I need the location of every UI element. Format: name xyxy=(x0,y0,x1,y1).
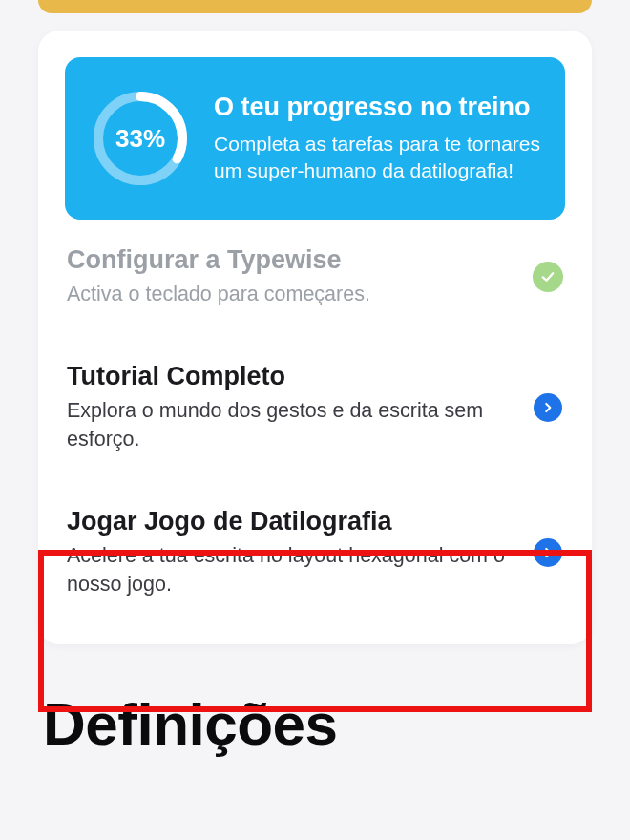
chevron-right-icon xyxy=(533,392,563,423)
task-text-block: Configurar a Typewise Activa o teclado p… xyxy=(67,244,519,309)
section-heading-settings: Definições xyxy=(43,690,592,758)
task-row-tutorial[interactable]: Tutorial Completo Explora o mundo dos ge… xyxy=(65,336,565,481)
progress-text-block: O teu progresso no treino Completa as ta… xyxy=(214,92,540,185)
progress-percent-label: 33% xyxy=(88,86,193,191)
progress-ring: 33% xyxy=(88,86,193,191)
task-subtitle: Activa o teclado para começares. xyxy=(67,281,519,309)
task-subtitle: Explora o mundo dos gestos e da escrita … xyxy=(67,397,519,453)
checkmark-icon xyxy=(533,262,563,292)
task-row-game[interactable]: Jogar Jogo de Datilografia Acelere a tua… xyxy=(65,481,565,626)
task-subtitle: Acelere a tua escrita no layout hexagona… xyxy=(67,542,519,598)
task-title: Jogar Jogo de Datilografia xyxy=(67,506,519,536)
chevron-right-icon xyxy=(533,537,563,568)
top-banner-strip xyxy=(38,0,592,13)
progress-title: O teu progresso no treino xyxy=(214,92,540,123)
task-text-block: Jogar Jogo de Datilografia Acelere a tua… xyxy=(67,506,519,599)
task-row-configure[interactable]: Configurar a Typewise Activa o teclado p… xyxy=(65,220,565,336)
training-progress-card: 33% O teu progresso no treino Completa a… xyxy=(38,31,592,644)
task-title: Tutorial Completo xyxy=(67,361,519,391)
progress-subtitle: Completa as tarefas para te tornares um … xyxy=(214,131,540,185)
task-text-block: Tutorial Completo Explora o mundo dos ge… xyxy=(67,361,519,454)
progress-summary-box: 33% O teu progresso no treino Completa a… xyxy=(65,57,565,220)
task-title: Configurar a Typewise xyxy=(67,244,519,275)
